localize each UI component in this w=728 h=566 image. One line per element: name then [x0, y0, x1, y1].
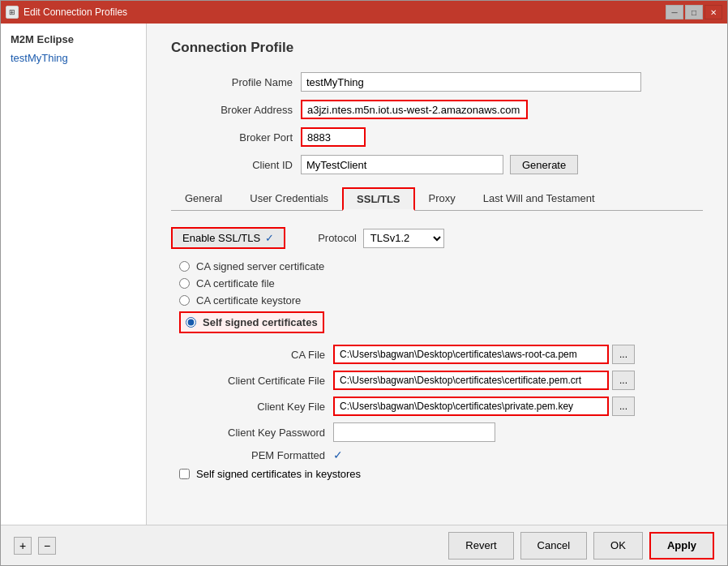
pem-formatted-check: ✓ — [333, 448, 343, 461]
client-key-password-input[interactable] — [333, 422, 495, 442]
sidebar-app-title: M2M Eclipse — [1, 30, 146, 49]
keystores-label: Self signed certificates in keystores — [196, 468, 361, 480]
enable-ssl-button[interactable]: Enable SSL/TLS ✓ — [171, 227, 285, 249]
add-profile-button[interactable]: + — [14, 537, 32, 555]
footer-right: Revert Cancel OK Apply — [448, 532, 714, 560]
content-area: Connection Profile Profile Name Broker A… — [147, 24, 727, 525]
radio-group: CA signed server certificate CA certific… — [179, 260, 703, 333]
broker-address-input[interactable] — [301, 100, 528, 119]
client-key-input[interactable] — [333, 397, 609, 416]
ca-file-row: CA File ... — [171, 345, 703, 364]
client-id-row: Client ID Generate — [171, 155, 703, 174]
section-title: Connection Profile — [171, 40, 703, 56]
sidebar-item-label: testMyThing — [11, 52, 68, 64]
broker-address-row: Broker Address — [171, 100, 703, 119]
ca-file-browse-button[interactable]: ... — [612, 345, 635, 364]
protocol-row: Protocol TLSv1.2 TLSv1.1 TLSv1.0 SSLv3 — [318, 229, 444, 248]
radio-ca-keystore-label: CA certificate keystore — [196, 294, 301, 307]
protocol-select[interactable]: TLSv1.2 TLSv1.1 TLSv1.0 SSLv3 — [363, 229, 444, 248]
pem-formatted-label: PEM Formatted — [171, 449, 333, 461]
file-inputs-section: CA File ... Client Certificate File ... … — [171, 345, 703, 461]
tab-ssl-tls[interactable]: SSL/TLS — [342, 187, 414, 211]
radio-ca-keystore: CA certificate keystore — [179, 294, 703, 307]
tab-proxy-label: Proxy — [429, 192, 456, 204]
tab-user-credentials[interactable]: User Credentials — [236, 187, 342, 211]
apply-button[interactable]: Apply — [649, 532, 714, 560]
footer-bar: + − Revert Cancel OK Apply — [1, 525, 727, 565]
window-title: Edit Connection Profiles — [24, 6, 127, 18]
tab-user-credentials-label: User Credentials — [250, 192, 328, 204]
main-window: ⊞ Edit Connection Profiles ─ □ ✕ M2M Ecl… — [0, 0, 728, 566]
tab-last-will[interactable]: Last Will and Testament — [469, 187, 609, 211]
footer-left: + − — [14, 537, 56, 555]
ca-file-label: CA File — [171, 349, 333, 361]
tab-general[interactable]: General — [171, 187, 236, 211]
sidebar: M2M Eclipse testMyThing — [1, 24, 147, 525]
tabs-container: General User Credentials SSL/TLS Proxy L… — [171, 187, 703, 211]
client-cert-input[interactable] — [333, 371, 609, 390]
ca-file-input[interactable] — [333, 345, 609, 364]
radio-ca-file-input[interactable] — [179, 278, 190, 289]
tab-ssl-tls-label: SSL/TLS — [357, 193, 400, 205]
client-id-label: Client ID — [171, 159, 301, 171]
pem-formatted-row: PEM Formatted ✓ — [171, 448, 703, 461]
radio-ca-file: CA certificate file — [179, 277, 703, 289]
close-button[interactable]: ✕ — [704, 5, 722, 19]
generate-button[interactable]: Generate — [510, 155, 578, 174]
ssl-enable-row: Enable SSL/TLS ✓ Protocol TLSv1.2 TLSv1.… — [171, 227, 703, 249]
minimize-button[interactable]: ─ — [666, 5, 683, 19]
keystores-row: Self signed certificates in keystores — [179, 468, 703, 480]
client-key-browse-button[interactable]: ... — [612, 397, 635, 416]
keystores-checkbox[interactable] — [179, 469, 190, 479]
radio-ca-keystore-input[interactable] — [179, 295, 190, 306]
client-key-label: Client Key File — [171, 401, 333, 413]
ssl-check-icon: ✓ — [265, 232, 274, 244]
radio-ca-file-label: CA certificate file — [196, 277, 275, 289]
window-icon: ⊞ — [6, 6, 19, 19]
profile-name-row: Profile Name — [171, 72, 703, 92]
broker-port-label: Broker Port — [171, 131, 301, 144]
broker-port-input[interactable] — [301, 127, 366, 147]
client-cert-row: Client Certificate File ... — [171, 371, 703, 390]
title-bar-left: ⊞ Edit Connection Profiles — [6, 6, 127, 19]
radio-self-signed-input[interactable] — [186, 317, 196, 328]
tabs: General User Credentials SSL/TLS Proxy L… — [171, 187, 703, 211]
ok-button[interactable]: OK — [593, 532, 643, 560]
client-key-row: Client Key File ... — [171, 397, 703, 416]
broker-port-row: Broker Port — [171, 127, 703, 147]
radio-ca-signed: CA signed server certificate — [179, 260, 703, 272]
client-id-input[interactable] — [301, 155, 503, 174]
sidebar-item-testmything[interactable]: testMyThing — [1, 49, 146, 67]
profile-name-label: Profile Name — [171, 76, 301, 88]
client-cert-label: Client Certificate File — [171, 375, 333, 387]
title-bar-controls: ─ □ ✕ — [666, 5, 722, 19]
remove-profile-button[interactable]: − — [38, 537, 56, 555]
protocol-label: Protocol — [318, 232, 357, 244]
radio-self-signed: Self signed certificates — [179, 311, 324, 333]
maximize-button[interactable]: □ — [685, 5, 703, 19]
enable-ssl-label: Enable SSL/TLS — [182, 232, 260, 244]
cancel-button[interactable]: Cancel — [520, 532, 587, 560]
revert-button[interactable]: Revert — [448, 532, 513, 560]
tab-last-will-label: Last Will and Testament — [483, 192, 595, 204]
tab-proxy[interactable]: Proxy — [415, 187, 469, 211]
radio-ca-signed-label: CA signed server certificate — [196, 260, 324, 272]
ssl-panel: Enable SSL/TLS ✓ Protocol TLSv1.2 TLSv1.… — [171, 219, 703, 488]
client-cert-browse-button[interactable]: ... — [612, 371, 635, 390]
tab-general-label: General — [185, 192, 222, 204]
client-key-password-row: Client Key Password — [171, 422, 703, 442]
client-key-password-label: Client Key Password — [171, 427, 333, 439]
broker-address-label: Broker Address — [171, 104, 301, 116]
profile-name-input[interactable] — [301, 72, 641, 92]
title-bar: ⊞ Edit Connection Profiles ─ □ ✕ — [1, 1, 727, 24]
radio-self-signed-label: Self signed certificates — [203, 316, 318, 328]
main-layout: M2M Eclipse testMyThing Connection Profi… — [1, 24, 727, 525]
radio-ca-signed-input[interactable] — [179, 261, 190, 272]
